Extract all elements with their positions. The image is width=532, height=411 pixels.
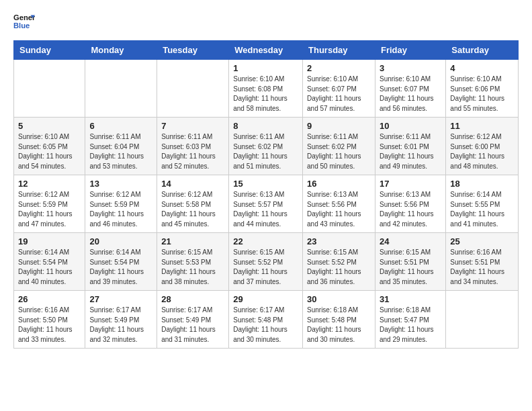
- day-cell-12: 12Sunrise: 6:12 AM Sunset: 5:59 PM Dayli…: [14, 175, 85, 233]
- day-header-saturday: Saturday: [446, 41, 519, 60]
- week-row-2: 5Sunrise: 6:10 AM Sunset: 6:05 PM Daylig…: [14, 118, 519, 175]
- day-number: 23: [307, 236, 371, 246]
- day-info: Sunrise: 6:14 AM Sunset: 5:54 PM Dayligh…: [89, 248, 152, 287]
- day-info: Sunrise: 6:15 AM Sunset: 5:51 PM Dayligh…: [380, 248, 441, 287]
- day-cell-26: 26Sunrise: 6:16 AM Sunset: 5:50 PM Dayli…: [14, 291, 85, 349]
- day-cell-30: 30Sunrise: 6:18 AM Sunset: 5:48 PM Dayli…: [303, 291, 375, 349]
- day-number: 24: [380, 236, 441, 246]
- day-cell-15: 15Sunrise: 6:13 AM Sunset: 5:57 PM Dayli…: [229, 175, 303, 233]
- day-number: 22: [233, 236, 298, 246]
- day-cell-6: 6Sunrise: 6:11 AM Sunset: 6:04 PM Daylig…: [85, 118, 157, 175]
- day-cell-3: 3Sunrise: 6:10 AM Sunset: 6:07 PM Daylig…: [375, 60, 445, 118]
- day-number: 18: [450, 179, 514, 189]
- day-number: 20: [89, 236, 152, 246]
- day-info: Sunrise: 6:17 AM Sunset: 5:49 PM Dayligh…: [161, 306, 224, 345]
- day-info: Sunrise: 6:10 AM Sunset: 6:05 PM Dayligh…: [18, 132, 81, 171]
- week-row-3: 12Sunrise: 6:12 AM Sunset: 5:59 PM Dayli…: [14, 175, 519, 233]
- day-cell-8: 8Sunrise: 6:11 AM Sunset: 6:02 PM Daylig…: [229, 118, 303, 175]
- day-info: Sunrise: 6:16 AM Sunset: 5:50 PM Dayligh…: [18, 306, 81, 345]
- day-number: 12: [18, 179, 81, 189]
- day-header-wednesday: Wednesday: [229, 41, 303, 60]
- day-info: Sunrise: 6:12 AM Sunset: 5:59 PM Dayligh…: [89, 190, 152, 229]
- day-cell-13: 13Sunrise: 6:12 AM Sunset: 5:59 PM Dayli…: [85, 175, 157, 233]
- day-number: 2: [307, 63, 371, 73]
- day-info: Sunrise: 6:14 AM Sunset: 5:55 PM Dayligh…: [450, 190, 514, 229]
- week-row-5: 26Sunrise: 6:16 AM Sunset: 5:50 PM Dayli…: [14, 291, 519, 349]
- day-number: 29: [233, 294, 298, 304]
- day-info: Sunrise: 6:11 AM Sunset: 6:03 PM Dayligh…: [161, 132, 224, 171]
- header: General Blue: [13, 11, 519, 32]
- day-info: Sunrise: 6:15 AM Sunset: 5:52 PM Dayligh…: [307, 248, 371, 287]
- week-row-4: 19Sunrise: 6:14 AM Sunset: 5:54 PM Dayli…: [14, 233, 519, 291]
- day-cell-21: 21Sunrise: 6:15 AM Sunset: 5:53 PM Dayli…: [157, 233, 229, 291]
- day-number: 5: [18, 121, 81, 131]
- day-cell-2: 2Sunrise: 6:10 AM Sunset: 6:07 PM Daylig…: [303, 60, 375, 118]
- logo: General Blue: [13, 11, 38, 32]
- day-number: 7: [161, 121, 224, 131]
- day-number: 28: [161, 294, 224, 304]
- day-number: 13: [89, 179, 152, 189]
- day-info: Sunrise: 6:10 AM Sunset: 6:07 PM Dayligh…: [380, 75, 441, 113]
- day-cell-16: 16Sunrise: 6:13 AM Sunset: 5:56 PM Dayli…: [303, 175, 375, 233]
- day-info: Sunrise: 6:15 AM Sunset: 5:53 PM Dayligh…: [161, 248, 224, 287]
- svg-text:Blue: Blue: [13, 21, 30, 30]
- day-cell-22: 22Sunrise: 6:15 AM Sunset: 5:52 PM Dayli…: [229, 233, 303, 291]
- day-cell-29: 29Sunrise: 6:17 AM Sunset: 5:48 PM Dayli…: [229, 291, 303, 349]
- day-info: Sunrise: 6:10 AM Sunset: 6:08 PM Dayligh…: [233, 75, 298, 113]
- week-row-1: 1Sunrise: 6:10 AM Sunset: 6:08 PM Daylig…: [14, 60, 519, 118]
- logo-icon: General Blue: [13, 11, 35, 32]
- day-number: 10: [380, 121, 441, 131]
- day-info: Sunrise: 6:13 AM Sunset: 5:57 PM Dayligh…: [233, 190, 298, 229]
- day-info: Sunrise: 6:13 AM Sunset: 5:56 PM Dayligh…: [307, 190, 371, 229]
- calendar-table: SundayMondayTuesdayWednesdayThursdayFrid…: [13, 40, 519, 349]
- day-cell-27: 27Sunrise: 6:17 AM Sunset: 5:49 PM Dayli…: [85, 291, 157, 349]
- empty-cell: [157, 60, 229, 118]
- day-number: 17: [380, 179, 441, 189]
- day-cell-17: 17Sunrise: 6:13 AM Sunset: 5:56 PM Dayli…: [375, 175, 445, 233]
- day-info: Sunrise: 6:11 AM Sunset: 6:04 PM Dayligh…: [89, 132, 152, 171]
- day-number: 8: [233, 121, 298, 131]
- day-cell-28: 28Sunrise: 6:17 AM Sunset: 5:49 PM Dayli…: [157, 291, 229, 349]
- day-info: Sunrise: 6:16 AM Sunset: 5:51 PM Dayligh…: [450, 248, 514, 287]
- day-number: 31: [380, 294, 441, 304]
- day-number: 21: [161, 236, 224, 246]
- day-info: Sunrise: 6:13 AM Sunset: 5:56 PM Dayligh…: [380, 190, 441, 229]
- header-row: SundayMondayTuesdayWednesdayThursdayFrid…: [14, 41, 519, 60]
- day-info: Sunrise: 6:11 AM Sunset: 6:02 PM Dayligh…: [233, 132, 298, 171]
- day-info: Sunrise: 6:11 AM Sunset: 6:01 PM Dayligh…: [380, 132, 441, 171]
- day-info: Sunrise: 6:12 AM Sunset: 5:58 PM Dayligh…: [161, 190, 224, 229]
- day-cell-14: 14Sunrise: 6:12 AM Sunset: 5:58 PM Dayli…: [157, 175, 229, 233]
- empty-cell: [446, 291, 519, 349]
- day-number: 25: [450, 236, 514, 246]
- calendar-body: 1Sunrise: 6:10 AM Sunset: 6:08 PM Daylig…: [14, 60, 519, 349]
- empty-cell: [14, 60, 85, 118]
- day-number: 26: [18, 294, 81, 304]
- day-header-friday: Friday: [375, 41, 445, 60]
- day-header-tuesday: Tuesday: [157, 41, 229, 60]
- day-number: 6: [89, 121, 152, 131]
- page: General Blue SundayMondayTuesdayWednesda…: [0, 0, 532, 359]
- day-info: Sunrise: 6:11 AM Sunset: 6:02 PM Dayligh…: [307, 132, 371, 171]
- empty-cell: [85, 60, 157, 118]
- day-number: 19: [18, 236, 81, 246]
- day-info: Sunrise: 6:12 AM Sunset: 5:59 PM Dayligh…: [18, 190, 81, 229]
- day-number: 16: [307, 179, 371, 189]
- day-cell-1: 1Sunrise: 6:10 AM Sunset: 6:08 PM Daylig…: [229, 60, 303, 118]
- day-number: 30: [307, 294, 371, 304]
- day-info: Sunrise: 6:10 AM Sunset: 6:06 PM Dayligh…: [450, 75, 514, 113]
- day-cell-5: 5Sunrise: 6:10 AM Sunset: 6:05 PM Daylig…: [14, 118, 85, 175]
- day-info: Sunrise: 6:12 AM Sunset: 6:00 PM Dayligh…: [450, 132, 514, 171]
- day-cell-7: 7Sunrise: 6:11 AM Sunset: 6:03 PM Daylig…: [157, 118, 229, 175]
- day-info: Sunrise: 6:17 AM Sunset: 5:48 PM Dayligh…: [233, 306, 298, 345]
- day-header-thursday: Thursday: [303, 41, 375, 60]
- day-cell-20: 20Sunrise: 6:14 AM Sunset: 5:54 PM Dayli…: [85, 233, 157, 291]
- day-cell-31: 31Sunrise: 6:18 AM Sunset: 5:47 PM Dayli…: [375, 291, 445, 349]
- day-number: 14: [161, 179, 224, 189]
- day-number: 4: [450, 63, 514, 73]
- day-info: Sunrise: 6:18 AM Sunset: 5:47 PM Dayligh…: [380, 306, 441, 345]
- day-header-sunday: Sunday: [14, 41, 85, 60]
- day-info: Sunrise: 6:14 AM Sunset: 5:54 PM Dayligh…: [18, 248, 81, 287]
- day-cell-19: 19Sunrise: 6:14 AM Sunset: 5:54 PM Dayli…: [14, 233, 85, 291]
- day-cell-23: 23Sunrise: 6:15 AM Sunset: 5:52 PM Dayli…: [303, 233, 375, 291]
- day-cell-10: 10Sunrise: 6:11 AM Sunset: 6:01 PM Dayli…: [375, 118, 445, 175]
